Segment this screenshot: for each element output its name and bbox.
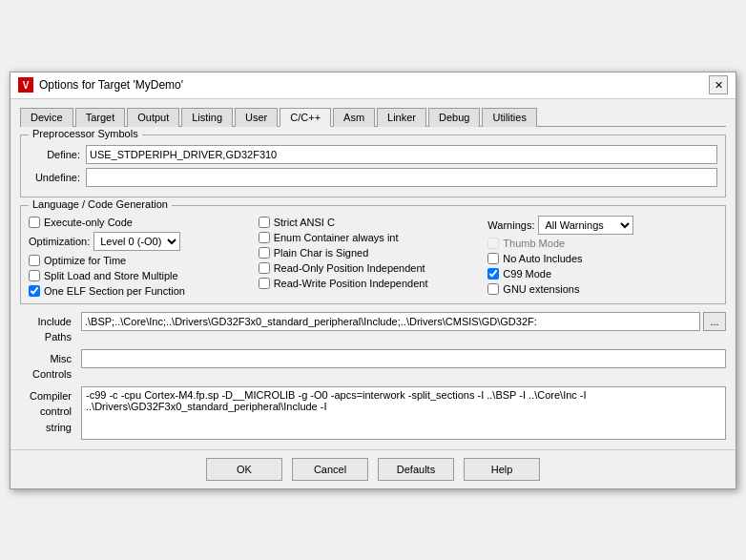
one-elf-checkbox[interactable]: [29, 285, 40, 297]
gnu-extensions-row: GNU extensions: [487, 282, 717, 296]
plain-char-row: Plain Char is Signed: [259, 246, 488, 259]
optimize-time-checkbox[interactable]: [29, 255, 40, 266]
execute-only-checkbox[interactable]: [29, 217, 40, 228]
lang-col1: Execute-only Code Optimization: Level 0 …: [29, 216, 259, 298]
plain-char-checkbox[interactable]: [259, 247, 270, 259]
title-bar-left: V Options for Target 'MyDemo': [18, 77, 183, 93]
include-paths-browse[interactable]: ...: [703, 312, 726, 331]
compiler-control-row: Compilercontrolstring -c99 -c -cpu Corte…: [20, 386, 726, 442]
enum-container-row: Enum Container always int: [259, 231, 488, 244]
close-button[interactable]: ✕: [709, 75, 728, 94]
read-only-pos-row: Read-Only Position Independent: [259, 261, 488, 275]
thumb-mode-row: Thumb Mode: [487, 237, 717, 250]
warnings-label: Warnings:: [487, 219, 534, 231]
help-button[interactable]: Help: [464, 458, 540, 481]
warnings-select[interactable]: All Warnings No Warnings MISRA C 2004: [538, 216, 633, 235]
title-bar: V Options for Target 'MyDemo' ✕: [10, 73, 736, 99]
gnu-extensions-label: GNU extensions: [503, 283, 579, 295]
define-label: Define:: [29, 149, 86, 160]
read-write-pos-checkbox[interactable]: [259, 278, 270, 289]
dialog-title: Options for Target 'MyDemo': [39, 78, 183, 92]
include-paths-row: IncludePaths ...: [20, 312, 726, 345]
dialog-window: V Options for Target 'MyDemo' ✕ Device T…: [10, 72, 736, 489]
tab-user[interactable]: User: [235, 108, 278, 127]
no-auto-includes-checkbox[interactable]: [487, 253, 499, 264]
define-input[interactable]: [86, 145, 717, 164]
tab-target[interactable]: Target: [75, 108, 126, 127]
misc-controls-label: MiscControls: [20, 349, 77, 383]
include-paths-label: IncludePaths: [20, 312, 77, 345]
tab-listing[interactable]: Listing: [181, 108, 233, 127]
plain-char-label: Plain Char is Signed: [274, 247, 369, 259]
include-paths-input[interactable]: [81, 312, 700, 331]
no-auto-includes-label: No Auto Includes: [503, 253, 582, 264]
cancel-button[interactable]: Cancel: [292, 458, 368, 481]
thumb-mode-checkbox[interactable]: [487, 238, 499, 249]
language-group: Language / Code Generation Execute-only …: [20, 205, 726, 304]
optimize-time-row: Optimize for Time: [29, 254, 259, 267]
language-legend: Language / Code Generation: [29, 198, 172, 210]
lang-col3: Warnings: All Warnings No Warnings MISRA…: [487, 216, 717, 298]
compiler-control-label: Compilercontrolstring: [20, 386, 77, 436]
undefine-row: Undefine:: [29, 168, 717, 187]
thumb-mode-label: Thumb Mode: [503, 238, 565, 249]
enum-container-label: Enum Container always int: [274, 232, 399, 243]
read-only-pos-checkbox[interactable]: [259, 262, 270, 274]
one-elf-row: One ELF Section per Function: [29, 284, 259, 298]
split-load-row: Split Load and Store Multiple: [29, 269, 259, 282]
c99-mode-checkbox[interactable]: [487, 268, 499, 280]
c99-mode-label: C99 Mode: [503, 268, 551, 280]
lang-col2: Strict ANSI C Enum Container always int …: [259, 216, 488, 298]
read-only-pos-label: Read-Only Position Independent: [274, 262, 425, 274]
split-load-label: Split Load and Store Multiple: [44, 270, 178, 281]
define-row: Define:: [29, 145, 717, 164]
app-icon: V: [18, 77, 33, 93]
enum-container-checkbox[interactable]: [259, 232, 270, 243]
one-elf-label: One ELF Section per Function: [44, 285, 185, 297]
read-write-pos-label: Read-Write Position Independent: [274, 278, 428, 289]
dialog-content: Device Target Output Listing User C/C++ …: [10, 99, 736, 449]
compiler-control-textarea[interactable]: -c99 -c -cpu Cortex-M4.fp.sp -D__MICROLI…: [81, 386, 726, 440]
preprocessor-group: Preprocessor Symbols Define: Undefine:: [20, 135, 726, 197]
split-load-checkbox[interactable]: [29, 270, 40, 281]
tab-asm[interactable]: Asm: [333, 108, 375, 127]
tab-debug[interactable]: Debug: [428, 108, 480, 127]
bottom-bar: OK Cancel Defaults Help: [10, 449, 736, 488]
strict-ansi-checkbox[interactable]: [259, 217, 270, 228]
tab-cpp[interactable]: C/C++: [280, 108, 331, 127]
preprocessor-inner: Define: Undefine:: [29, 145, 717, 187]
read-write-pos-row: Read-Write Position Independent: [259, 277, 488, 290]
undefine-input[interactable]: [86, 168, 717, 187]
defaults-button[interactable]: Defaults: [378, 458, 454, 481]
include-paths-wrap: ...: [81, 312, 726, 331]
strict-ansi-label: Strict ANSI C: [274, 217, 335, 228]
execute-only-row: Execute-only Code: [29, 216, 259, 229]
misc-controls-wrap: [81, 349, 726, 368]
c99-mode-row: C99 Mode: [487, 267, 717, 280]
tab-linker[interactable]: Linker: [377, 108, 426, 127]
execute-only-label: Execute-only Code: [44, 217, 133, 228]
tab-bar: Device Target Output Listing User C/C++ …: [20, 107, 726, 127]
compiler-textarea-wrap: -c99 -c -cpu Cortex-M4.fp.sp -D__MICROLI…: [81, 386, 726, 442]
language-inner: Execute-only Code Optimization: Level 0 …: [29, 216, 717, 298]
misc-controls-row: MiscControls: [20, 349, 726, 383]
gnu-extensions-checkbox[interactable]: [487, 283, 499, 295]
strict-ansi-row: Strict ANSI C: [259, 216, 488, 229]
warnings-row: Warnings: All Warnings No Warnings MISRA…: [487, 216, 717, 235]
no-auto-includes-row: No Auto Includes: [487, 252, 717, 265]
preprocessor-legend: Preprocessor Symbols: [29, 128, 142, 139]
tab-utilities[interactable]: Utilities: [482, 108, 536, 127]
optimization-label: Optimization:: [29, 236, 90, 247]
optimize-time-label: Optimize for Time: [44, 255, 126, 266]
optimization-row: Optimization: Level 0 (-O0): [29, 231, 259, 252]
ok-button[interactable]: OK: [206, 458, 282, 481]
optimization-select[interactable]: Level 0 (-O0): [93, 232, 180, 251]
tab-device[interactable]: Device: [20, 108, 73, 127]
misc-controls-input[interactable]: [81, 349, 726, 368]
undefine-label: Undefine:: [29, 172, 86, 183]
tab-output[interactable]: Output: [127, 108, 179, 127]
